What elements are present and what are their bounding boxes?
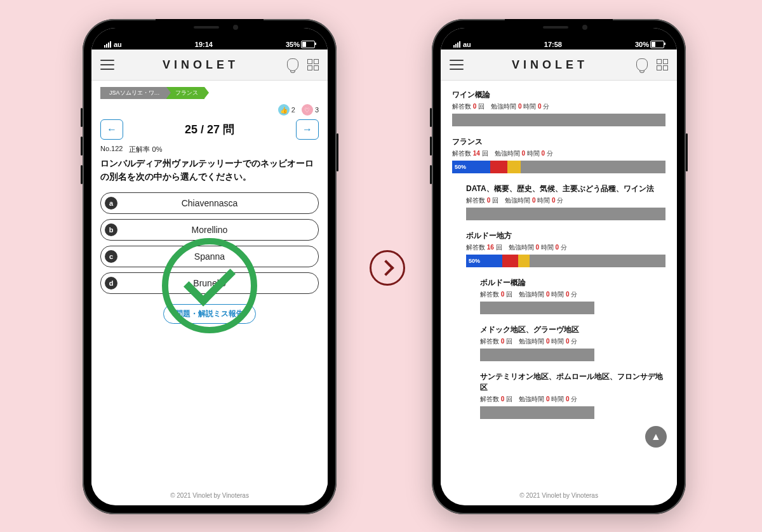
thumbs-reaction[interactable]: 👍2 [278,104,295,116]
section-title: DATA、概要、歴史、気候、主要ぶどう品種、ワイン法 [466,183,665,194]
section-title: ボルドー地方 [466,230,665,241]
option-label: Morellino [117,225,318,235]
section-meta: 解答数 0 回 勉強時間 0 時間 0 分 [480,290,665,299]
app-header: VINOLET [91,50,328,81]
page-indicator: 25 / 27 問 [185,122,234,137]
stats-section[interactable]: フランス解答数 14 回 勉強時間 0 時間 0 分50% [452,136,665,173]
carrier-label: au [114,41,122,48]
section-meta: 解答数 0 回 勉強時間 0 時間 0 分 [452,102,665,111]
breadcrumb[interactable]: JSAソムリエ・ワ… フランス [100,87,319,99]
footer-text: © 2021 Vinolet by Vinoteras [91,486,328,505]
option-letter: d [105,277,117,289]
progress-bar [466,208,665,220]
option-label: Chiavennasca [117,198,318,208]
answer-option-b[interactable]: bMorellino [100,219,319,241]
battery-icon: 35% [286,41,315,48]
stats-section[interactable]: ボルドー地方解答数 16 回 勉強時間 0 時間 0 分50% [452,230,665,267]
phone-right: au 17:58 30% VINOLET ワイン概論解答数 0 回 勉強時間 0… [432,19,686,514]
signal-icon [104,41,111,48]
section-title: ボルドー概論 [480,277,665,288]
app-header: VINOLET [441,50,677,81]
clock-label: 19:14 [195,41,213,48]
section-meta: 解答数 16 回 勉強時間 0 時間 0 分 [466,243,665,252]
scroll-top-button[interactable]: ▲ [645,426,667,448]
progress-bar: 50% [466,255,665,267]
section-title: フランス [452,136,665,147]
battery-icon: 30% [635,41,664,48]
next-button[interactable]: → [296,119,319,140]
clock-label: 17:58 [544,41,562,48]
menu-icon[interactable] [100,60,114,70]
section-meta: 解答数 14 回 勉強時間 0 時間 0 分 [452,149,665,158]
progress-bar [480,302,594,314]
qr-icon[interactable] [307,59,319,70]
correct-rate: 正解率 0% [129,145,162,154]
stats-section[interactable]: メドック地区、グラーヴ地区解答数 0 回 勉強時間 0 時間 0 分 [452,324,665,361]
progress-bar [480,406,594,419]
section-title: メドック地区、グラーヴ地区 [480,324,665,335]
option-letter: c [105,250,117,263]
carrier-label: au [463,41,471,48]
option-letter: b [105,223,117,236]
prev-button[interactable]: ← [100,119,123,140]
stats-section[interactable]: DATA、概要、歴史、気候、主要ぶどう品種、ワイン法解答数 0 回 勉強時間 0… [452,183,665,220]
stats-section[interactable]: ワイン概論解答数 0 回 勉強時間 0 時間 0 分 [452,90,665,126]
section-title: サンテミリオン地区、ポムロール地区、フロンサデ地区 [480,371,665,393]
progress-bar [452,114,665,126]
progress-percent: 50% [455,161,466,173]
bell-icon[interactable] [287,58,298,71]
question-number: No.122 [100,145,123,154]
progress-percent: 50% [469,255,480,267]
brand-title: VINOLET [512,58,588,72]
section-meta: 解答数 0 回 勉強時間 0 時間 0 分 [480,337,665,346]
footer-text: © 2021 Vinolet by Vinoteras [441,486,677,505]
heart-reaction[interactable]: ♡3 [302,104,319,116]
stats-section[interactable]: サンテミリオン地区、ポムロール地区、フロンサデ地区解答数 0 回 勉強時間 0 … [452,371,665,419]
section-title: ワイン概論 [452,90,665,100]
crumb-sub[interactable]: フランス [166,87,204,99]
option-letter: a [105,197,117,209]
notch [505,19,613,36]
section-meta: 解答数 0 回 勉強時間 0 時間 0 分 [466,196,665,205]
heart-icon: ♡ [302,104,313,116]
question-text: ロンバルディア州ヴァルテッリーナでのネッビオーロの別名を次の中から選んでください… [100,157,319,183]
progress-bar: 50% [452,161,665,173]
transition-arrow-icon [370,250,405,286]
notch [156,19,264,36]
crumb-category[interactable]: JSAソムリエ・ワ… [100,87,166,99]
stats-section[interactable]: ボルドー概論解答数 0 回 勉強時間 0 時間 0 分 [452,277,665,314]
signal-icon [453,41,460,48]
progress-bar [480,349,594,361]
menu-icon[interactable] [450,60,464,70]
answer-option-a[interactable]: aChiavennasca [100,192,319,214]
qr-icon[interactable] [657,59,668,70]
section-meta: 解答数 0 回 勉強時間 0 時間 0 分 [480,395,665,404]
bell-icon[interactable] [636,58,648,71]
phone-left: au 19:14 35% VINOLET JSAソムリエ・ワ… フランス [83,19,337,514]
thumb-icon: 👍 [278,104,290,116]
correct-check-icon [162,238,257,333]
brand-title: VINOLET [163,58,239,72]
